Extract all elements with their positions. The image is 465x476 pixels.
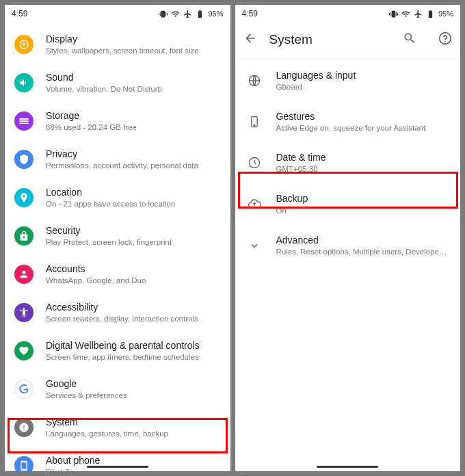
row-storage[interactable]: Storage68% used - 20.24 GB free: [5, 102, 230, 140]
status-icons: 95%: [389, 10, 453, 18]
back-button[interactable]: [243, 31, 257, 48]
row-sub: Gboard: [276, 82, 449, 92]
row-title: Security: [46, 224, 221, 237]
row-sub: On - 21 apps have access to location: [46, 199, 221, 209]
row-title: Location: [46, 186, 221, 198]
globe-icon: [248, 74, 261, 88]
row-sub: Pixel 3a: [46, 467, 221, 471]
row-title: System: [46, 416, 221, 428]
row-sub: Permissions, account activity, personal …: [46, 161, 221, 171]
settings-main-screen: 4:59 95% DisplayStyles, wallpapers, scre…: [5, 5, 230, 471]
page-title: System: [269, 32, 382, 47]
row-sub: Screen readers, display, interaction con…: [46, 314, 221, 324]
clock-icon: [248, 156, 261, 170]
row-privacy[interactable]: PrivacyPermissions, account activity, pe…: [5, 140, 230, 178]
row-accessibility[interactable]: AccessibilityScreen readers, display, in…: [5, 293, 230, 332]
vibrate-icon: [389, 10, 398, 18]
battery-percent: 95%: [438, 10, 453, 18]
row-title: Digital Wellbeing & parental controls: [46, 339, 221, 352]
about-icon: [14, 456, 34, 471]
row-sub: Styles, wallpapers, screen timeout, font…: [46, 46, 221, 56]
row-location[interactable]: LocationOn - 21 apps have access to loca…: [5, 178, 230, 217]
row-sub: Volume, vibration, Do Not Disturb: [46, 84, 221, 94]
svg-point-2: [254, 124, 255, 126]
row-title: Display: [46, 33, 221, 45]
airplane-icon: [183, 10, 192, 18]
row-title: Backup: [276, 192, 449, 204]
wifi-icon: [401, 10, 410, 18]
row-sub: 68% used - 20.24 GB free: [46, 122, 221, 133]
row-accounts[interactable]: AccountsWhatsApp, Google, and Duo: [5, 255, 230, 293]
app-bar: System: [235, 23, 461, 57]
sound-icon: [14, 73, 34, 92]
row-system[interactable]: SystemLanguages, gestures, time, backup: [5, 408, 230, 447]
display-icon: [14, 35, 34, 54]
system-settings-screen: 4:59 95% System Languages & inputGboard …: [235, 5, 461, 471]
security-icon: [14, 226, 34, 246]
row-languages[interactable]: Languages & inputGboard: [235, 60, 461, 101]
row-wellbeing[interactable]: Digital Wellbeing & parental controlsScr…: [5, 332, 230, 370]
status-time: 4:59: [12, 9, 27, 18]
backup-icon: [248, 197, 261, 211]
system-icon: [14, 418, 34, 437]
row-sound[interactable]: SoundVolume, vibration, Do Not Disturb: [5, 64, 230, 102]
accessibility-icon: [14, 303, 34, 322]
row-advanced[interactable]: AdvancedRules, Reset options, Multiple u…: [235, 225, 461, 266]
row-title: Google: [46, 378, 221, 390]
row-sub: WhatsApp, Google, and Duo: [46, 276, 221, 286]
accounts-icon: [14, 265, 34, 284]
battery-icon: [196, 10, 204, 18]
google-icon: [14, 380, 34, 399]
location-icon: [14, 188, 34, 207]
row-title: Storage: [46, 109, 221, 122]
row-security[interactable]: SecurityPlay Protect, screen lock, finge…: [5, 217, 230, 255]
help-button[interactable]: [438, 31, 452, 48]
chevron-down-icon: [248, 239, 261, 252]
privacy-icon: [14, 150, 34, 169]
battery-percent: 95%: [208, 10, 223, 18]
battery-icon: [426, 10, 435, 18]
row-title: Accessibility: [46, 301, 221, 313]
row-title: Accounts: [46, 263, 221, 275]
vibrate-icon: [159, 10, 168, 18]
row-title: About phone: [46, 454, 221, 466]
row-title: Gestures: [276, 110, 449, 122]
row-sub: Active Edge on, squeeze for your Assista…: [276, 123, 449, 133]
row-sub: Services & preferences: [46, 391, 221, 401]
airplane-icon: [414, 10, 423, 18]
row-google[interactable]: GoogleServices & preferences: [5, 370, 230, 408]
row-sub: On: [276, 206, 449, 216]
status-icons: 95%: [159, 10, 223, 18]
row-sub: Languages, gestures, time, backup: [46, 429, 221, 439]
storage-icon: [14, 111, 34, 131]
wellbeing-icon: [14, 341, 34, 360]
nav-gesture-bar[interactable]: [87, 466, 148, 468]
row-display[interactable]: DisplayStyles, wallpapers, screen timeou…: [5, 25, 230, 64]
row-title: Sound: [46, 71, 221, 83]
gesture-icon: [248, 115, 261, 129]
row-title: Advanced: [276, 234, 449, 246]
wifi-icon: [171, 10, 180, 18]
row-sub: Play Protect, screen lock, fingerprint: [46, 237, 221, 248]
row-sub: Rules, Reset options, Multiple users, De…: [276, 247, 449, 257]
nav-gesture-bar[interactable]: [317, 466, 378, 468]
status-time: 4:59: [242, 9, 258, 18]
settings-list: DisplayStyles, wallpapers, screen timeou…: [5, 23, 230, 471]
row-sub: Screen time, app timers, bedtime schedul…: [46, 352, 221, 362]
row-gestures[interactable]: GesturesActive Edge on, squeeze for your…: [235, 101, 461, 142]
row-title: Date & time: [276, 151, 449, 163]
status-bar: 4:59 95%: [5, 5, 230, 23]
row-backup[interactable]: BackupOn: [235, 183, 461, 224]
row-title: Languages & input: [276, 69, 449, 81]
row-sub: GMT+05:30: [276, 164, 449, 174]
status-bar: 4:59 95%: [235, 5, 461, 23]
row-datetime[interactable]: Date & timeGMT+05:30: [235, 142, 461, 183]
search-button[interactable]: [403, 31, 416, 48]
row-title: Privacy: [46, 148, 221, 160]
